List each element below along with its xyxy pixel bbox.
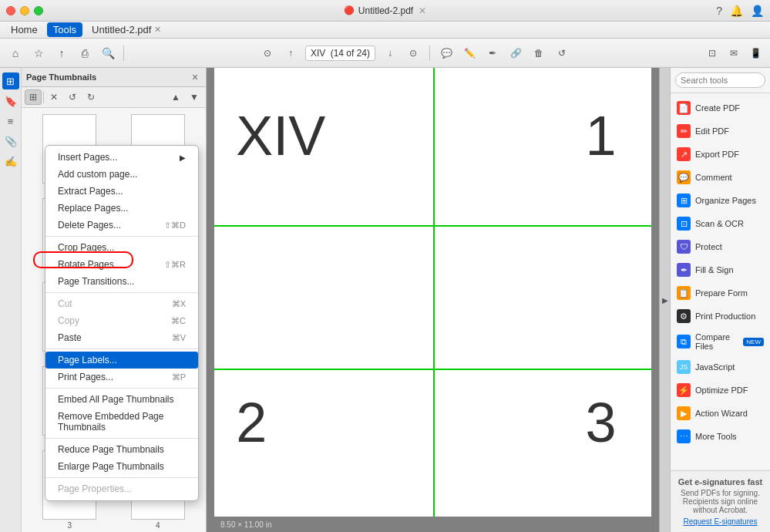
ctx-replace-label: Replace Pages... [58, 203, 128, 214]
ctx-delete[interactable]: Delete Pages... ⇧⌘D [45, 217, 198, 234]
layers-icon-btn[interactable]: ≡ [2, 113, 19, 130]
tool-edit-pdf[interactable]: ✏ Edit PDF [671, 120, 770, 143]
tool-compare[interactable]: ⧉ Compare Files NEW [671, 328, 770, 355]
page-label-xiv: XIV [236, 104, 325, 167]
page-up-button[interactable]: ↑ [282, 45, 299, 62]
tool-organize[interactable]: ⊞ Organize Pages [671, 189, 770, 212]
tool-prepare-form[interactable]: 📋 Prepare Form [671, 281, 770, 305]
print-button[interactable]: ⎙ [76, 44, 94, 62]
thumbnails-icon-btn[interactable]: ⊞ [2, 72, 19, 89]
help-icon[interactable]: ? [716, 5, 722, 17]
tool-protect[interactable]: 🛡 Protect [671, 235, 770, 258]
share-btn[interactable]: ✉ [725, 45, 742, 62]
bell-icon[interactable]: 🔔 [730, 5, 743, 17]
tool-more[interactable]: ⋯ More Tools [671, 425, 770, 448]
ctx-page-props-label: Page Properties... [58, 483, 132, 494]
panel-redo-btn[interactable]: ↻ [82, 89, 99, 105]
pdf-icon: 🔴 [344, 5, 355, 15]
scan-right-btn[interactable]: ⊡ [704, 45, 721, 62]
ctx-print-shortcut: ⌘P [172, 372, 186, 382]
panel-undo-btn[interactable]: ↺ [64, 89, 81, 105]
tool-scan-ocr[interactable]: ⊡ Scan & OCR [671, 212, 770, 235]
tool-export-pdf[interactable]: ↗ Export PDF [671, 143, 770, 166]
ctx-print-pages[interactable]: Print Pages... ⌘P [45, 369, 198, 386]
menu-tools[interactable]: Tools [47, 22, 82, 37]
menu-file-tab[interactable]: Untitled-2.pdf ✕ [86, 22, 167, 37]
collapse-right-panel[interactable]: ▶ [659, 68, 670, 532]
ctx-sep-4 [45, 388, 198, 389]
grid-v-1 [433, 68, 435, 517]
panel-delete-btn[interactable]: ✕ [45, 89, 62, 105]
panel-up-btn[interactable]: ▲ [167, 89, 184, 105]
panel-title: Page Thumbnails [26, 72, 96, 82]
ctx-embed-all[interactable]: Embed All Page Thumbnails [45, 391, 198, 408]
ctx-crop[interactable]: Crop Pages... [45, 239, 198, 256]
organize-icon: ⊞ [677, 194, 691, 207]
tool-create-pdf[interactable]: 📄 Create PDF [671, 96, 770, 120]
tool-comment[interactable]: 💬 Comment [671, 166, 770, 189]
javascript-icon: JS [677, 360, 691, 374]
file-tab-close[interactable]: ✕ [154, 25, 161, 35]
page-next-button[interactable]: ⊙ [405, 45, 422, 62]
attachments-icon-btn[interactable]: 📎 [2, 133, 19, 150]
panel-close-button[interactable]: × [189, 71, 201, 83]
ctx-insert-label: Insert Pages... [58, 152, 117, 163]
protect-icon: 🛡 [677, 240, 691, 254]
promo-link[interactable]: Request E-signatures [677, 517, 764, 526]
pdf-container: XIV 1 2 3 8.50 × 11.00 in ▶ [207, 68, 670, 532]
upload-button[interactable]: ↑ [52, 44, 71, 62]
ctx-enlarge[interactable]: Enlarge Page Thumbnails [45, 458, 198, 475]
ctx-page-labels[interactable]: Page Labels... [45, 352, 198, 369]
ctx-sep-3 [45, 348, 198, 349]
ctx-cut-shortcut: ⌘X [172, 299, 186, 309]
ctx-insert-pages[interactable]: Insert Pages... ▶ [45, 149, 198, 166]
bookmark-button[interactable]: ☆ [29, 44, 48, 62]
maximize-button[interactable] [34, 6, 43, 15]
tool-javascript[interactable]: JS JavaScript [671, 355, 770, 379]
page-indicator: XIV (14 of 24) [305, 45, 375, 61]
ctx-reduce[interactable]: Reduce Page Thumbnails [45, 441, 198, 458]
search-tools-area [671, 68, 770, 93]
close-tab-icon[interactable]: ✕ [419, 5, 426, 16]
highlight-tool[interactable]: ✒ [484, 45, 501, 62]
mobile-btn[interactable]: 📱 [747, 45, 764, 62]
ctx-replace[interactable]: Replace Pages... [45, 200, 198, 217]
ctx-rotate[interactable]: Rotate Pages... ⇧⌘R [45, 256, 198, 273]
home-button[interactable]: ⌂ [6, 44, 25, 62]
ctx-extract[interactable]: Extract Pages... [45, 183, 198, 200]
refresh-tool[interactable]: ↺ [553, 45, 570, 62]
right-tools-panel: 📄 Create PDF ✏ Edit PDF ↗ Export PDF 💬 C… [670, 68, 770, 532]
ctx-copy-label: Copy [58, 315, 79, 326]
comment-tool[interactable]: 💬 [438, 45, 455, 62]
tool-optimize[interactable]: ⚡ Optimize PDF [671, 379, 770, 402]
panel-down-btn[interactable]: ▼ [186, 89, 203, 105]
bookmarks-icon-btn[interactable]: 🔖 [2, 93, 19, 109]
ctx-transitions[interactable]: Page Transitions... [45, 273, 198, 290]
menu-home[interactable]: Home [5, 22, 44, 37]
fill-sign-icon: ✒ [677, 263, 691, 277]
close-button[interactable] [6, 6, 15, 15]
panel-grid-btn[interactable]: ⊞ [25, 89, 42, 105]
page-total: (14 of 24) [331, 48, 370, 59]
ctx-remove-embed[interactable]: Remove Embedded Page Thumbnails [45, 408, 198, 436]
tool-action-wizard[interactable]: ▶ Action Wizard [671, 402, 770, 425]
tool-fill-sign[interactable]: ✒ Fill & Sign [671, 258, 770, 281]
page-prev-button[interactable]: ⊙ [259, 45, 276, 62]
ctx-add-custom[interactable]: Add custom page... [45, 166, 198, 183]
signatures-icon-btn[interactable]: ✍ [2, 153, 19, 170]
search-button[interactable]: 🔍 [99, 44, 117, 62]
link-tool[interactable]: 🔗 [507, 45, 524, 62]
delete-tool[interactable]: 🗑 [530, 45, 547, 62]
page-down-button[interactable]: ↓ [382, 45, 398, 62]
draw-tool[interactable]: ✏️ [461, 45, 478, 62]
ctx-paste[interactable]: Paste ⌘V [45, 329, 198, 346]
tool-print-prod[interactable]: ⚙ Print Production [671, 305, 770, 328]
tool-compare-label: Compare Files [695, 332, 738, 351]
tool-edit-pdf-label: Edit PDF [695, 126, 729, 136]
ctx-page-props: Page Properties... [45, 480, 198, 497]
search-tools-input[interactable] [675, 72, 765, 88]
account-icon[interactable]: 👤 [751, 5, 764, 17]
promo-section: Get e-signatures fast Send PDFs for sign… [671, 470, 770, 532]
minimize-button[interactable] [20, 6, 29, 15]
ctx-sep-1 [45, 236, 198, 237]
